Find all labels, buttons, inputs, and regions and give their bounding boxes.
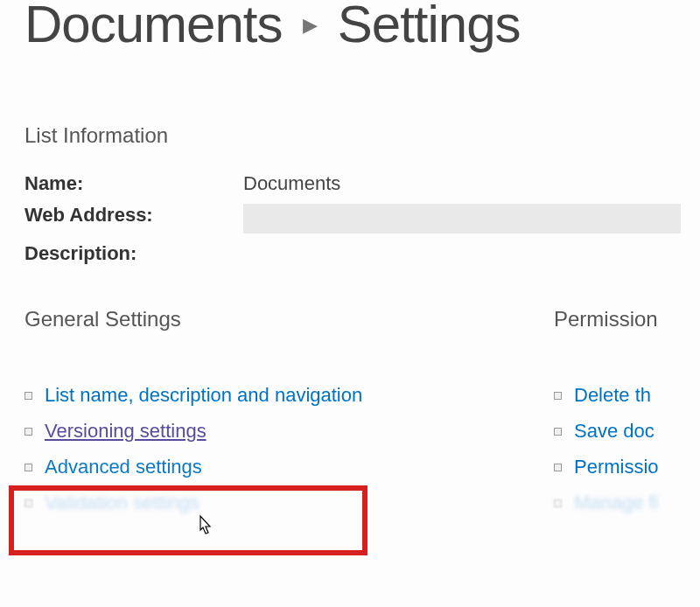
bullet-icon xyxy=(24,464,32,471)
general-settings-heading: General Settings xyxy=(24,307,554,331)
list-item: Manage fi xyxy=(554,492,700,514)
name-label: Name: xyxy=(24,172,243,195)
general-settings-link-list: List name, description and navigation Ve… xyxy=(24,384,554,514)
bullet-icon xyxy=(554,392,562,400)
bullet-icon xyxy=(554,499,562,507)
list-item: Advanced settings xyxy=(24,456,554,478)
permissions-column: Permission Delete th Save doc Permissio … xyxy=(554,307,700,527)
general-settings-column: General Settings List name, description … xyxy=(24,307,554,527)
list-information-heading: List Information xyxy=(24,123,700,148)
web-address-row: Web Address: xyxy=(24,204,700,234)
save-doc-link[interactable]: Save doc xyxy=(574,420,654,443)
bullet-icon xyxy=(554,464,562,471)
bullet-icon xyxy=(24,428,32,436)
list-item: List name, description and navigation xyxy=(24,384,554,407)
web-address-redacted xyxy=(243,204,681,234)
description-label: Description: xyxy=(24,242,243,265)
breadcrumb-settings: Settings xyxy=(338,0,521,53)
versioning-settings-link[interactable]: Versioning settings xyxy=(45,420,206,443)
name-value: Documents xyxy=(243,172,340,195)
web-address-label: Web Address: xyxy=(24,204,243,234)
bullet-icon xyxy=(24,392,32,400)
name-row: Name: Documents xyxy=(24,172,700,195)
description-row: Description: xyxy=(24,242,700,265)
list-item: Validation settings xyxy=(24,492,554,514)
settings-columns: General Settings List name, description … xyxy=(0,307,700,527)
permissions-link[interactable]: Permissio xyxy=(574,456,659,478)
permissions-link-list: Delete th Save doc Permissio Manage fi xyxy=(554,384,700,514)
list-item: Delete th xyxy=(554,384,700,407)
list-item: Save doc xyxy=(554,420,700,443)
advanced-settings-link[interactable]: Advanced settings xyxy=(45,456,202,478)
breadcrumb-documents[interactable]: Documents xyxy=(24,0,282,53)
settings-page: Documents ▸ Settings List Information Na… xyxy=(0,0,700,527)
breadcrumb: Documents ▸ Settings xyxy=(0,0,700,53)
bullet-icon xyxy=(24,499,32,507)
validation-settings-link[interactable]: Validation settings xyxy=(45,492,200,514)
list-item: Versioning settings xyxy=(24,420,554,443)
permissions-heading: Permission xyxy=(554,307,700,331)
bullet-icon xyxy=(554,428,562,436)
list-item: Permissio xyxy=(554,456,700,478)
delete-link[interactable]: Delete th xyxy=(574,384,651,407)
breadcrumb-separator-icon: ▸ xyxy=(303,8,317,40)
list-information-section: List Information Name: Documents Web Add… xyxy=(0,123,700,265)
list-name-description-link[interactable]: List name, description and navigation xyxy=(45,384,362,407)
manage-link[interactable]: Manage fi xyxy=(574,492,659,514)
